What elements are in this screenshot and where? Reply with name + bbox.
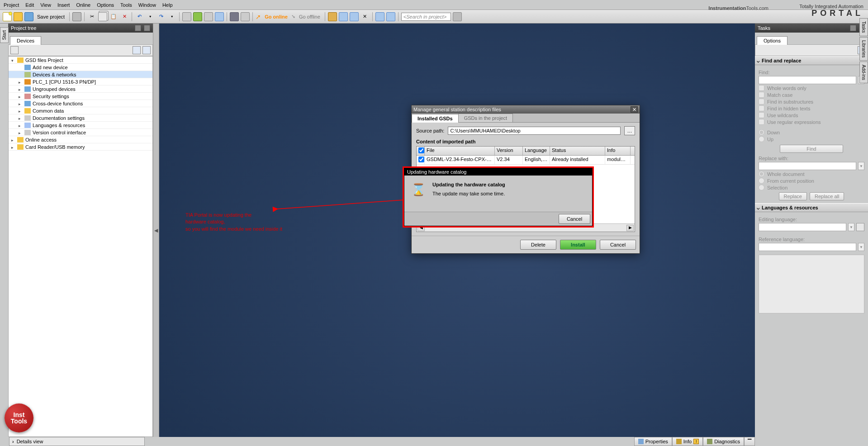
tab-addins[interactable]: Add-ins — [859, 62, 868, 83]
tab-gsds-project[interactable]: GSDs in the project — [458, 114, 513, 122]
upload-icon[interactable] — [204, 12, 213, 21]
undo-dd-icon[interactable]: ▼ — [146, 12, 155, 21]
scope-current-radio[interactable] — [759, 178, 764, 184]
open-project-icon[interactable] — [14, 12, 23, 21]
icon-btn[interactable] — [215, 12, 224, 21]
browse-button[interactable]: … — [624, 126, 635, 135]
close-icon[interactable]: ✕ — [631, 106, 638, 113]
scope-selection-radio[interactable] — [759, 185, 764, 190]
updating-cancel-button[interactable]: Cancel — [559, 214, 590, 224]
tree-view-icon[interactable] — [133, 46, 141, 54]
expand-icon[interactable] — [19, 94, 23, 99]
icon-btn[interactable] — [350, 12, 359, 21]
match-case-checkbox[interactable] — [759, 92, 764, 98]
col-info[interactable]: Info — [605, 147, 631, 155]
tree-item[interactable]: Version control interface — [9, 129, 152, 136]
cancel-icon[interactable]: ✕ — [360, 12, 370, 21]
menu-insert[interactable]: Insert — [57, 2, 70, 8]
copy-icon[interactable] — [98, 12, 107, 21]
find-button[interactable]: Find — [780, 145, 843, 153]
info-tab[interactable]: Info! — [672, 437, 703, 446]
tree-item[interactable]: Common data — [9, 107, 152, 114]
tree-toolbar-icon[interactable] — [10, 46, 19, 54]
expand-icon[interactable] — [19, 115, 23, 121]
replace-dropdown-icon[interactable]: ▼ — [858, 162, 864, 170]
tab-libraries[interactable]: Libraries — [859, 37, 868, 61]
chevron-down-icon[interactable] — [757, 58, 760, 64]
replace-button[interactable]: Replace — [779, 192, 807, 200]
menu-window[interactable]: Window — [138, 2, 156, 8]
tree-item[interactable]: Card Reader/USB memory — [9, 143, 152, 151]
delete-icon[interactable]: ✕ — [120, 12, 129, 21]
devices-tab[interactable]: Devices — [10, 36, 41, 45]
expand-icon[interactable] — [19, 108, 23, 114]
expand-icon[interactable] — [11, 57, 15, 63]
tree-item[interactable]: Documentation settings — [9, 114, 152, 122]
download-icon[interactable] — [193, 12, 202, 21]
editing-language-select[interactable] — [759, 223, 846, 231]
menu-options[interactable]: Options — [97, 2, 114, 8]
panel-icon[interactable] — [135, 25, 141, 31]
menu-edit[interactable]: Edit — [25, 2, 34, 8]
go-online-button[interactable]: Go online — [263, 14, 289, 19]
expand-icon[interactable] — [19, 123, 23, 128]
col-version[interactable]: Version — [495, 147, 523, 155]
redo-icon[interactable]: ↷ — [157, 12, 166, 21]
new-project-icon[interactable] — [3, 12, 12, 21]
select-all-checkbox[interactable] — [418, 147, 424, 153]
save-project-label[interactable]: Save project — [35, 14, 66, 19]
details-view-bar[interactable]: Details view — [9, 437, 145, 446]
menu-project[interactable]: Project — [4, 2, 19, 8]
undo-icon[interactable]: ↶ — [135, 12, 144, 21]
menu-view[interactable]: View — [40, 2, 51, 8]
hidden-checkbox[interactable] — [759, 105, 764, 111]
reference-language-select[interactable] — [759, 243, 856, 251]
icon-btn[interactable] — [328, 12, 337, 21]
tab-start[interactable]: Start — [0, 27, 9, 43]
tree-item[interactable]: Online access — [9, 136, 152, 143]
row-checkbox[interactable] — [418, 157, 424, 162]
scope-whole-radio[interactable] — [759, 171, 764, 177]
regex-checkbox[interactable] — [759, 119, 764, 125]
project-search-input[interactable]: <Search in project> — [401, 13, 451, 21]
delete-button[interactable]: Delete — [520, 240, 556, 250]
icon-btn[interactable] — [339, 12, 348, 21]
tree-item[interactable]: PLC_1 [CPU 1516-3 PN/DP] — [9, 78, 152, 85]
lang-resources-header[interactable]: Languages & resources — [762, 205, 818, 210]
panel-collapse-icon[interactable] — [144, 25, 150, 31]
sim-icon[interactable] — [230, 12, 239, 21]
search-icon[interactable] — [453, 12, 462, 21]
cut-icon[interactable]: ✂ — [87, 12, 96, 21]
split-icon[interactable] — [386, 12, 395, 21]
expand-icon[interactable] — [11, 137, 15, 142]
dropdown-icon[interactable]: ▼ — [848, 223, 854, 231]
redo-dd-icon[interactable]: ▼ — [167, 12, 176, 21]
menu-online[interactable]: Online — [76, 2, 90, 8]
project-tree[interactable]: GSD files ProjectAdd new deviceDevices &… — [8, 56, 153, 437]
menu-help[interactable]: Help — [162, 2, 173, 8]
replace-input[interactable] — [759, 162, 856, 170]
cancel-button[interactable]: Cancel — [600, 240, 636, 250]
icon-btn[interactable] — [182, 12, 191, 21]
source-path-input[interactable] — [448, 127, 621, 135]
col-file[interactable]: File — [425, 147, 495, 155]
chevron-down-icon[interactable] — [757, 205, 760, 211]
table-row[interactable]: GSDML-V2.34-Festo-CPX-2023083... V2.34 E… — [417, 156, 635, 165]
save-icon[interactable] — [24, 12, 33, 21]
tree-item[interactable]: Devices & networks — [9, 71, 152, 78]
whole-words-checkbox[interactable] — [759, 85, 764, 91]
install-button[interactable]: Install — [560, 240, 596, 250]
dir-down-radio[interactable] — [759, 129, 764, 135]
dir-up-radio[interactable] — [759, 136, 764, 142]
expand-icon[interactable] — [19, 86, 23, 92]
diagnostics-tab[interactable]: Diagnostics — [703, 437, 744, 446]
col-status[interactable]: Status — [550, 147, 605, 155]
tab-installed-gsds[interactable]: Installed GSDs — [412, 114, 459, 123]
split-icon[interactable] — [375, 12, 384, 21]
expand-icon[interactable] — [11, 144, 15, 150]
lang-icon[interactable] — [856, 223, 864, 231]
replace-all-button[interactable]: Replace all — [810, 192, 844, 200]
substruct-checkbox[interactable] — [759, 99, 764, 104]
expand-icon[interactable] — [19, 79, 23, 85]
wildcards-checkbox[interactable] — [759, 112, 764, 118]
